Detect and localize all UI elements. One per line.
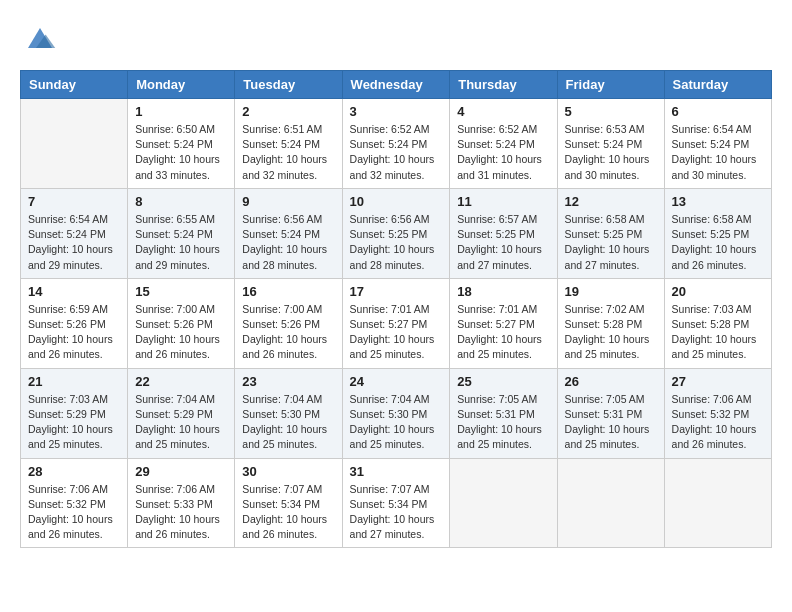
calendar-cell: 16Sunrise: 7:00 AM Sunset: 5:26 PM Dayli… xyxy=(235,278,342,368)
calendar-cell: 26Sunrise: 7:05 AM Sunset: 5:31 PM Dayli… xyxy=(557,368,664,458)
day-number: 17 xyxy=(350,284,443,299)
day-info: Sunrise: 6:58 AM Sunset: 5:25 PM Dayligh… xyxy=(565,212,657,273)
day-info: Sunrise: 6:59 AM Sunset: 5:26 PM Dayligh… xyxy=(28,302,120,363)
day-number: 15 xyxy=(135,284,227,299)
day-info: Sunrise: 6:52 AM Sunset: 5:24 PM Dayligh… xyxy=(457,122,549,183)
calendar-table: SundayMondayTuesdayWednesdayThursdayFrid… xyxy=(20,70,772,548)
day-number: 25 xyxy=(457,374,549,389)
weekday-header: Wednesday xyxy=(342,71,450,99)
day-info: Sunrise: 6:54 AM Sunset: 5:24 PM Dayligh… xyxy=(28,212,120,273)
day-number: 2 xyxy=(242,104,334,119)
day-number: 23 xyxy=(242,374,334,389)
calendar-week-row: 14Sunrise: 6:59 AM Sunset: 5:26 PM Dayli… xyxy=(21,278,772,368)
calendar-cell: 1Sunrise: 6:50 AM Sunset: 5:24 PM Daylig… xyxy=(128,99,235,189)
day-info: Sunrise: 7:06 AM Sunset: 5:33 PM Dayligh… xyxy=(135,482,227,543)
day-info: Sunrise: 6:53 AM Sunset: 5:24 PM Dayligh… xyxy=(565,122,657,183)
day-number: 11 xyxy=(457,194,549,209)
calendar-cell xyxy=(664,458,771,548)
calendar-cell: 6Sunrise: 6:54 AM Sunset: 5:24 PM Daylig… xyxy=(664,99,771,189)
calendar-cell xyxy=(450,458,557,548)
day-number: 9 xyxy=(242,194,334,209)
day-number: 12 xyxy=(565,194,657,209)
calendar-cell: 19Sunrise: 7:02 AM Sunset: 5:28 PM Dayli… xyxy=(557,278,664,368)
day-number: 18 xyxy=(457,284,549,299)
day-info: Sunrise: 6:50 AM Sunset: 5:24 PM Dayligh… xyxy=(135,122,227,183)
day-number: 10 xyxy=(350,194,443,209)
day-number: 24 xyxy=(350,374,443,389)
day-info: Sunrise: 7:05 AM Sunset: 5:31 PM Dayligh… xyxy=(565,392,657,453)
day-number: 6 xyxy=(672,104,764,119)
calendar-cell xyxy=(557,458,664,548)
page-header xyxy=(20,20,772,60)
day-number: 21 xyxy=(28,374,120,389)
day-number: 22 xyxy=(135,374,227,389)
calendar-cell: 10Sunrise: 6:56 AM Sunset: 5:25 PM Dayli… xyxy=(342,188,450,278)
logo-icon xyxy=(20,20,60,60)
calendar-cell: 31Sunrise: 7:07 AM Sunset: 5:34 PM Dayli… xyxy=(342,458,450,548)
day-info: Sunrise: 7:05 AM Sunset: 5:31 PM Dayligh… xyxy=(457,392,549,453)
weekday-header: Saturday xyxy=(664,71,771,99)
day-number: 4 xyxy=(457,104,549,119)
calendar-cell: 3Sunrise: 6:52 AM Sunset: 5:24 PM Daylig… xyxy=(342,99,450,189)
calendar-cell: 13Sunrise: 6:58 AM Sunset: 5:25 PM Dayli… xyxy=(664,188,771,278)
calendar-cell: 27Sunrise: 7:06 AM Sunset: 5:32 PM Dayli… xyxy=(664,368,771,458)
calendar-cell: 5Sunrise: 6:53 AM Sunset: 5:24 PM Daylig… xyxy=(557,99,664,189)
calendar-cell: 25Sunrise: 7:05 AM Sunset: 5:31 PM Dayli… xyxy=(450,368,557,458)
calendar-cell: 29Sunrise: 7:06 AM Sunset: 5:33 PM Dayli… xyxy=(128,458,235,548)
logo xyxy=(20,20,66,60)
day-info: Sunrise: 7:00 AM Sunset: 5:26 PM Dayligh… xyxy=(242,302,334,363)
calendar-cell: 17Sunrise: 7:01 AM Sunset: 5:27 PM Dayli… xyxy=(342,278,450,368)
calendar-cell xyxy=(21,99,128,189)
day-info: Sunrise: 7:04 AM Sunset: 5:29 PM Dayligh… xyxy=(135,392,227,453)
day-info: Sunrise: 7:03 AM Sunset: 5:29 PM Dayligh… xyxy=(28,392,120,453)
calendar-cell: 8Sunrise: 6:55 AM Sunset: 5:24 PM Daylig… xyxy=(128,188,235,278)
day-info: Sunrise: 6:52 AM Sunset: 5:24 PM Dayligh… xyxy=(350,122,443,183)
calendar-week-row: 28Sunrise: 7:06 AM Sunset: 5:32 PM Dayli… xyxy=(21,458,772,548)
calendar-cell: 14Sunrise: 6:59 AM Sunset: 5:26 PM Dayli… xyxy=(21,278,128,368)
calendar-cell: 18Sunrise: 7:01 AM Sunset: 5:27 PM Dayli… xyxy=(450,278,557,368)
day-info: Sunrise: 7:06 AM Sunset: 5:32 PM Dayligh… xyxy=(672,392,764,453)
day-number: 31 xyxy=(350,464,443,479)
calendar-cell: 22Sunrise: 7:04 AM Sunset: 5:29 PM Dayli… xyxy=(128,368,235,458)
calendar-cell: 15Sunrise: 7:00 AM Sunset: 5:26 PM Dayli… xyxy=(128,278,235,368)
calendar-week-row: 7Sunrise: 6:54 AM Sunset: 5:24 PM Daylig… xyxy=(21,188,772,278)
weekday-header: Thursday xyxy=(450,71,557,99)
day-info: Sunrise: 6:56 AM Sunset: 5:25 PM Dayligh… xyxy=(350,212,443,273)
day-number: 28 xyxy=(28,464,120,479)
weekday-header: Sunday xyxy=(21,71,128,99)
weekday-header: Tuesday xyxy=(235,71,342,99)
day-info: Sunrise: 7:04 AM Sunset: 5:30 PM Dayligh… xyxy=(242,392,334,453)
weekday-header: Monday xyxy=(128,71,235,99)
calendar-cell: 2Sunrise: 6:51 AM Sunset: 5:24 PM Daylig… xyxy=(235,99,342,189)
day-info: Sunrise: 7:07 AM Sunset: 5:34 PM Dayligh… xyxy=(242,482,334,543)
day-number: 8 xyxy=(135,194,227,209)
calendar-header-row: SundayMondayTuesdayWednesdayThursdayFrid… xyxy=(21,71,772,99)
day-info: Sunrise: 6:54 AM Sunset: 5:24 PM Dayligh… xyxy=(672,122,764,183)
day-number: 5 xyxy=(565,104,657,119)
day-number: 7 xyxy=(28,194,120,209)
calendar-cell: 23Sunrise: 7:04 AM Sunset: 5:30 PM Dayli… xyxy=(235,368,342,458)
day-number: 1 xyxy=(135,104,227,119)
day-number: 30 xyxy=(242,464,334,479)
day-info: Sunrise: 6:58 AM Sunset: 5:25 PM Dayligh… xyxy=(672,212,764,273)
calendar-cell: 11Sunrise: 6:57 AM Sunset: 5:25 PM Dayli… xyxy=(450,188,557,278)
day-info: Sunrise: 6:57 AM Sunset: 5:25 PM Dayligh… xyxy=(457,212,549,273)
calendar-cell: 9Sunrise: 6:56 AM Sunset: 5:24 PM Daylig… xyxy=(235,188,342,278)
day-info: Sunrise: 6:51 AM Sunset: 5:24 PM Dayligh… xyxy=(242,122,334,183)
calendar-cell: 24Sunrise: 7:04 AM Sunset: 5:30 PM Dayli… xyxy=(342,368,450,458)
day-info: Sunrise: 6:56 AM Sunset: 5:24 PM Dayligh… xyxy=(242,212,334,273)
day-number: 20 xyxy=(672,284,764,299)
day-number: 19 xyxy=(565,284,657,299)
calendar-cell: 28Sunrise: 7:06 AM Sunset: 5:32 PM Dayli… xyxy=(21,458,128,548)
day-number: 16 xyxy=(242,284,334,299)
day-number: 13 xyxy=(672,194,764,209)
day-info: Sunrise: 7:02 AM Sunset: 5:28 PM Dayligh… xyxy=(565,302,657,363)
day-number: 27 xyxy=(672,374,764,389)
calendar-week-row: 1Sunrise: 6:50 AM Sunset: 5:24 PM Daylig… xyxy=(21,99,772,189)
calendar-week-row: 21Sunrise: 7:03 AM Sunset: 5:29 PM Dayli… xyxy=(21,368,772,458)
day-number: 3 xyxy=(350,104,443,119)
day-info: Sunrise: 7:04 AM Sunset: 5:30 PM Dayligh… xyxy=(350,392,443,453)
calendar-cell: 7Sunrise: 6:54 AM Sunset: 5:24 PM Daylig… xyxy=(21,188,128,278)
calendar-cell: 4Sunrise: 6:52 AM Sunset: 5:24 PM Daylig… xyxy=(450,99,557,189)
day-info: Sunrise: 7:01 AM Sunset: 5:27 PM Dayligh… xyxy=(457,302,549,363)
